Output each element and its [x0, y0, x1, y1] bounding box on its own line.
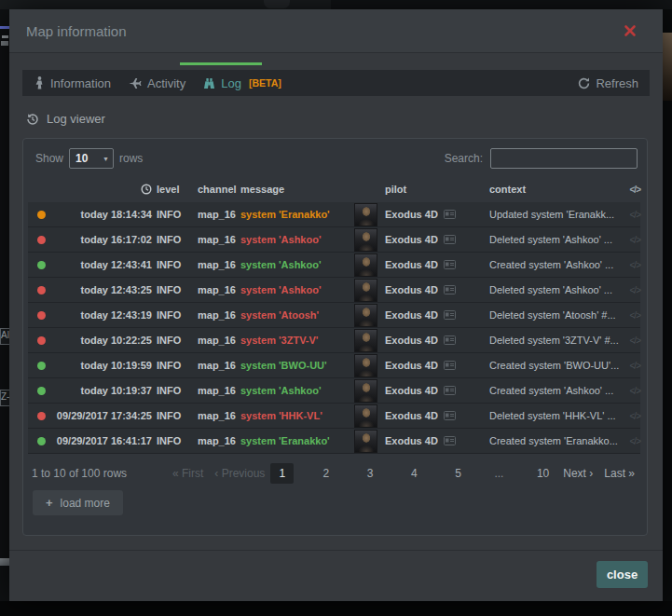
- pilot-name: Exodus 4D: [385, 410, 438, 421]
- pilot-name: Exodus 4D: [385, 335, 438, 346]
- pilot-cell: Exodus 4D: [378, 335, 489, 346]
- row-code-icon[interactable]: </>: [625, 411, 640, 421]
- map-information-dialog: Map information Information Acti: [9, 9, 663, 601]
- show-rows-select[interactable]: 10 ▼: [69, 148, 114, 169]
- pilot-cell: Exodus 4D: [378, 284, 489, 295]
- table-row[interactable]: today 18:14:34 INFO map_16 system 'Erana…: [28, 202, 640, 227]
- avatar: [354, 379, 377, 403]
- table-row[interactable]: today 10:19:59 INFO map_16 system 'BWO-U…: [28, 353, 640, 378]
- active-tab-indicator: [180, 62, 262, 65]
- status-cell: [28, 311, 54, 320]
- log-level: INFO: [157, 360, 198, 371]
- pagination-previous[interactable]: ‹ Previous: [209, 463, 270, 484]
- pilot-avatar-cell: [354, 404, 378, 428]
- log-time: today 10:19:37: [54, 385, 152, 396]
- pagination-last[interactable]: Last »: [598, 463, 640, 484]
- page-number-list: 12345...10: [270, 463, 557, 484]
- page-number-4[interactable]: 4: [403, 463, 426, 484]
- background-bar-fragment: [0, 558, 9, 566]
- table-row[interactable]: today 12:43:25 INFO map_16 system 'Ashko…: [28, 278, 640, 303]
- background-map-connection-line: [0, 26, 9, 29]
- page-number-10[interactable]: 10: [528, 463, 557, 484]
- section-title: Log viewer: [47, 112, 105, 126]
- table-row[interactable]: today 10:22:25 INFO map_16 system '3ZTV-…: [28, 328, 640, 353]
- pilot-avatar-cell: [354, 279, 378, 302]
- log-context: Deleted system 'HHK-VL' ...: [489, 410, 625, 421]
- log-message: system 'Atoosh': [240, 309, 354, 321]
- table-row[interactable]: 09/29/2017 17:34:25 INFO map_16 system '…: [28, 404, 640, 429]
- load-more-button[interactable]: + load more: [33, 490, 123, 515]
- background-icon-fragment: [1, 41, 8, 46]
- table-row[interactable]: today 16:17:02 INFO map_16 system 'Ashko…: [28, 227, 640, 253]
- row-code-icon[interactable]: </>: [625, 335, 640, 346]
- pilot-column-header[interactable]: pilot: [378, 184, 489, 195]
- refresh-button[interactable]: Refresh: [578, 76, 638, 90]
- page-number-1[interactable]: 1: [270, 463, 294, 484]
- log-level: INFO: [157, 385, 198, 396]
- binoculars-icon: [203, 77, 215, 89]
- pagination-first[interactable]: « First: [167, 463, 209, 484]
- status-dot: [37, 387, 46, 395]
- log-channel: map_16: [198, 410, 240, 421]
- avatar: [354, 228, 377, 252]
- pagination-nav: « First ‹ Previous 12345...10 Next › Las…: [167, 463, 640, 484]
- row-code-icon[interactable]: </>: [625, 285, 640, 295]
- background-portrait-fragment: [663, 33, 672, 101]
- log-context: Updated system 'Eranakk...: [489, 209, 625, 220]
- row-code-icon[interactable]: </>: [625, 386, 640, 396]
- tab-log[interactable]: Log [BETA]: [203, 76, 281, 90]
- row-code-icon[interactable]: </>: [625, 260, 640, 270]
- page-number-3[interactable]: 3: [359, 463, 382, 484]
- status-dot: [37, 437, 46, 445]
- background-bottom-strip: [0, 601, 672, 616]
- row-code-icon[interactable]: </>: [625, 210, 640, 220]
- log-time: today 12:43:25: [54, 284, 152, 295]
- tab-information[interactable]: Information: [34, 76, 111, 90]
- pilot-cell: Exodus 4D: [378, 309, 489, 321]
- avatar: [354, 354, 377, 377]
- avatar: [354, 404, 377, 428]
- pagination-bar: 1 to 10 of 100 rows « First ‹ Previous 1…: [32, 463, 640, 484]
- close-icon[interactable]: [624, 23, 638, 38]
- pilot-name: Exodus 4D: [385, 385, 438, 396]
- pagination-next[interactable]: Next ›: [557, 463, 598, 484]
- background-tooltip-stub: [264, 0, 290, 8]
- close-button[interactable]: close: [597, 561, 648, 588]
- context-column-header[interactable]: context: [489, 184, 625, 195]
- log-channel: map_16: [198, 259, 240, 270]
- id-card-icon: [444, 335, 456, 345]
- page-number-5[interactable]: 5: [446, 463, 470, 484]
- status-cell: [28, 211, 54, 219]
- avatar: [354, 304, 377, 327]
- table-row[interactable]: today 12:43:19 INFO map_16 system 'Atoos…: [28, 303, 640, 328]
- row-code-icon[interactable]: </>: [625, 235, 640, 245]
- page-number-2[interactable]: 2: [315, 463, 338, 484]
- id-card-icon: [444, 411, 456, 420]
- row-code-icon[interactable]: </>: [625, 361, 640, 371]
- id-card-icon: [444, 210, 456, 219]
- log-time: 09/29/2017 17:34:25: [54, 410, 152, 421]
- log-time: today 10:19:59: [54, 360, 152, 371]
- time-column-header[interactable]: [54, 184, 152, 195]
- status-dot: [37, 261, 46, 269]
- level-column-header[interactable]: level: [157, 184, 198, 195]
- tab-activity[interactable]: Activity: [129, 76, 185, 90]
- search-input[interactable]: [490, 148, 638, 169]
- row-code-icon[interactable]: </>: [625, 310, 640, 321]
- load-more-label: load more: [61, 497, 110, 510]
- beta-badge: [BETA]: [249, 77, 281, 89]
- pilot-cell: Exodus 4D: [378, 385, 489, 396]
- id-card-icon: [444, 436, 456, 445]
- table-row[interactable]: today 10:19:37 INFO map_16 system 'Ashko…: [28, 378, 640, 404]
- pilot-name: Exodus 4D: [385, 234, 438, 245]
- table-controls: Show 10 ▼ rows Search:: [23, 146, 647, 171]
- refresh-icon: [578, 77, 590, 89]
- log-message: system 'HHK-VL': [240, 410, 354, 421]
- status-dot: [37, 236, 46, 244]
- table-row[interactable]: today 12:43:41 INFO map_16 system 'Ashko…: [28, 253, 640, 278]
- channel-column-header[interactable]: channel: [198, 184, 240, 195]
- log-message: system 'Eranakko': [240, 435, 354, 446]
- message-column-header[interactable]: message: [240, 184, 354, 195]
- row-code-icon[interactable]: </>: [625, 436, 640, 446]
- table-row[interactable]: 09/29/2017 16:41:17 INFO map_16 system '…: [28, 429, 640, 454]
